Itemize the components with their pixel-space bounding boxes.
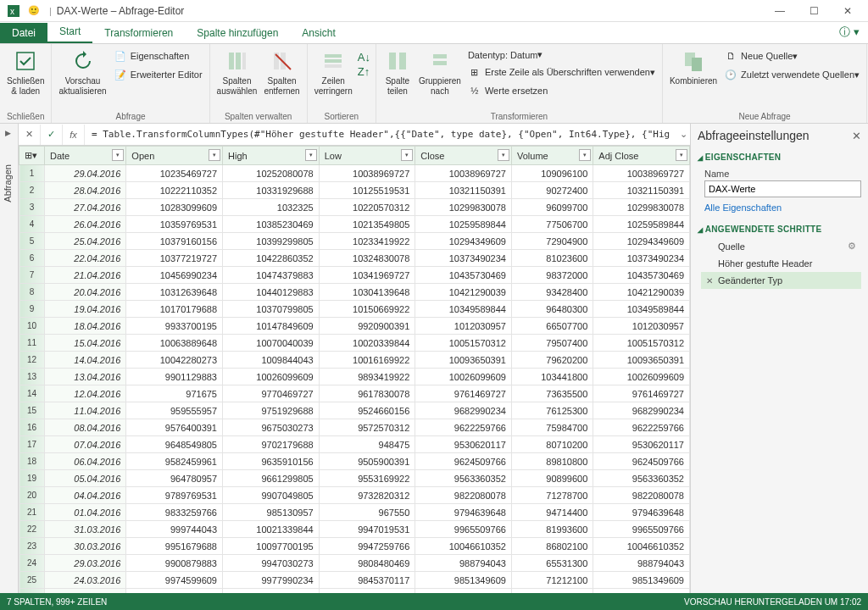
cell[interactable]: 10147849609 [223,318,320,335]
minimize-button[interactable]: — [763,0,797,22]
row-number[interactable]: 16 [19,419,45,436]
filter-icon[interactable]: ▾ [401,149,413,161]
cell[interactable]: 10046610352 [593,538,690,555]
cell[interactable]: 9530620117 [593,436,690,453]
cell[interactable]: 971675 [126,385,223,402]
cell[interactable]: 9682990234 [415,402,512,419]
cell[interactable]: 12.04.2016 [45,385,126,402]
row-number[interactable]: 11 [19,335,45,352]
replace-values-button[interactable]: ½Werte ersetzen [465,82,659,99]
cell[interactable]: 08.04.2016 [45,419,126,436]
cell[interactable]: 10359769531 [126,216,223,233]
cell[interactable]: 94714400 [511,504,593,521]
cell[interactable]: 10331929688 [223,182,320,199]
cell[interactable]: 22.04.2016 [45,250,126,267]
cell[interactable]: 9900879883 [126,555,223,572]
data-grid[interactable]: ⊞▾Date▾Open▾High▾Low▾Close▾Volume▾Adj Cl… [19,146,690,593]
row-number[interactable]: 1 [19,165,45,182]
cell[interactable]: 04.04.2016 [45,487,126,504]
tab-home[interactable]: Start [47,21,92,43]
cell[interactable]: 988794043 [593,555,690,572]
column-header[interactable]: Adj Close▾ [593,147,690,165]
queries-rail[interactable]: ▶ Abfragen [0,124,19,593]
column-header[interactable]: Date▾ [45,147,126,165]
cell[interactable]: 9761469727 [593,385,690,402]
cell[interactable]: 90272400 [511,182,593,199]
row-number[interactable]: 24 [19,555,45,572]
cell[interactable]: 985130957 [223,504,320,521]
cell[interactable]: 10283099609 [126,199,223,216]
row-number[interactable]: 18 [19,453,45,470]
cell[interactable]: 10379160156 [126,233,223,250]
formula-input[interactable] [85,129,676,140]
cell[interactable]: 9524660156 [319,402,415,419]
cell[interactable]: 10170179688 [126,301,223,318]
recent-sources-button[interactable]: 🕑Zuletzt verwendete Quellen ▾ [721,66,863,83]
cell[interactable]: 10063889648 [126,335,223,352]
row-number[interactable]: 19 [19,470,45,487]
cell[interactable]: 9794639648 [415,504,512,521]
smiley-icon[interactable]: 🙂 [27,4,41,18]
cell[interactable]: 80710200 [511,436,593,453]
cell[interactable]: 9675030273 [223,419,320,436]
cell[interactable]: 10125519531 [319,182,415,199]
cell[interactable]: 9845370117 [319,572,415,589]
cell[interactable]: 10233419922 [319,233,415,250]
cell[interactable]: 65531300 [511,555,593,572]
cell[interactable]: 9947030273 [223,555,320,572]
cell[interactable]: 964780957 [126,470,223,487]
cell[interactable]: 10349589844 [415,301,512,318]
cell[interactable]: 73635500 [511,385,593,402]
cell[interactable]: 05.04.2016 [45,470,126,487]
cell[interactable]: 10370799805 [223,301,320,318]
cell[interactable]: 9947259766 [319,538,415,555]
cell[interactable]: 10150669922 [319,301,415,318]
cell[interactable]: 9624509766 [593,453,690,470]
cell[interactable]: 9920900391 [319,318,415,335]
cell[interactable]: 90899600 [511,470,593,487]
first-row-headers-button[interactable]: ⊞Erste Zeile als Überschriften verwenden… [465,64,659,80]
cell[interactable]: 10235469727 [126,165,223,182]
row-number[interactable]: 21 [19,504,45,521]
cell[interactable]: 999744043 [126,521,223,538]
cell[interactable]: 98372000 [511,267,593,284]
cell[interactable]: 13.04.2016 [45,369,126,385]
column-header[interactable]: Low▾ [319,147,415,165]
row-number[interactable]: 15 [19,402,45,419]
cell[interactable]: 9965509766 [415,521,512,538]
cell[interactable]: 9682990234 [593,402,690,419]
row-number[interactable]: 3 [19,199,45,216]
cell[interactable]: 81993600 [511,521,593,538]
cell[interactable]: 10299830078 [415,199,512,216]
cell[interactable]: 07.04.2016 [45,436,126,453]
cell[interactable]: 9822080078 [415,487,512,504]
cell[interactable]: 71278700 [511,487,593,504]
cell[interactable]: 10038969727 [593,165,690,182]
cell[interactable]: 31.03.2016 [45,521,126,538]
cell[interactable]: 9702179688 [223,436,320,453]
query-name-input[interactable] [704,180,861,197]
cell[interactable]: 9770469727 [223,385,320,402]
help-dropdown[interactable]: ⓘ ▾ [831,21,868,43]
filter-icon[interactable]: ▾ [676,149,687,161]
cell[interactable]: 29.03.2016 [45,555,126,572]
cell[interactable]: 10016169922 [319,352,415,369]
cell[interactable]: 72904900 [511,233,593,250]
cell[interactable]: 10385230469 [223,216,320,233]
row-number[interactable]: 8 [19,284,45,301]
column-header[interactable]: Volume▾ [511,147,593,165]
cell[interactable]: 9901129883 [126,369,223,385]
row-number[interactable]: 7 [19,267,45,284]
tab-transform[interactable]: Transformieren [92,23,185,43]
properties-button[interactable]: 📄Eigenschaften [110,47,206,64]
cell[interactable]: 25.04.2016 [45,233,126,250]
cell[interactable]: 10252080078 [223,165,320,182]
cell[interactable]: 10294349609 [415,233,512,250]
cell[interactable]: 9789769531 [126,487,223,504]
tab-add-column[interactable]: Spalte hinzufügen [185,23,290,43]
cell[interactable]: 10020339844 [319,335,415,352]
cell[interactable]: 10435730469 [415,267,512,284]
row-number[interactable]: 20 [19,487,45,504]
cell[interactable]: 06.04.2016 [45,453,126,470]
settings-close-button[interactable]: ✕ [852,130,861,142]
